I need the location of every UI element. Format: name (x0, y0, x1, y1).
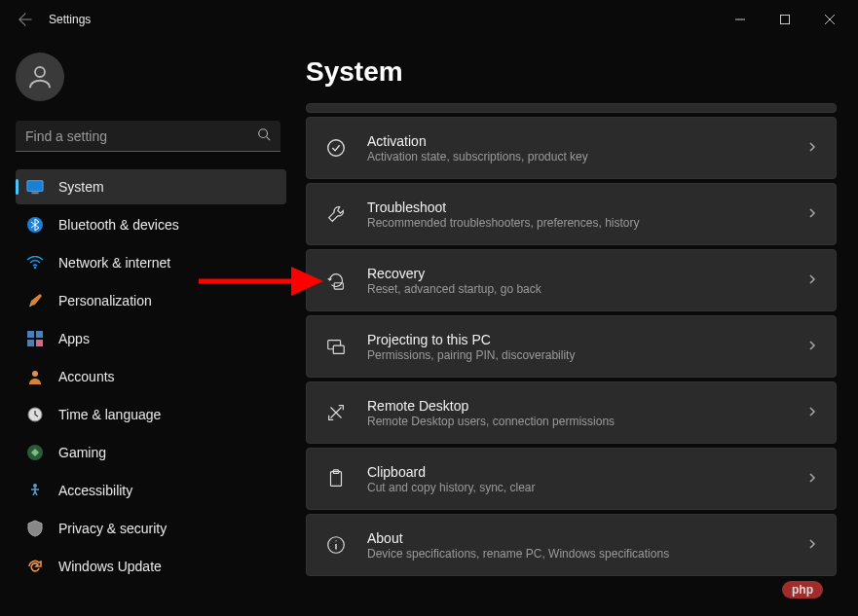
about-icon (324, 533, 348, 557)
bluetooth-icon (25, 215, 45, 235)
search-input[interactable] (16, 123, 280, 150)
sidebar-item-privacy[interactable]: Privacy & security (16, 511, 286, 546)
sidebar-item-network[interactable]: Network & internet (16, 245, 286, 280)
card-desc: Recommended troubleshooters, preferences… (367, 216, 787, 230)
svg-rect-3 (27, 181, 43, 192)
maximize-button[interactable] (763, 4, 807, 35)
sidebar-item-update[interactable]: Windows Update (16, 549, 286, 584)
sidebar-item-accounts[interactable]: Accounts (16, 359, 286, 394)
setting-card-clipboard[interactable]: Clipboard Cut and copy history, sync, cl… (306, 448, 837, 510)
nav-list: System Bluetooth & devices Network & int… (16, 169, 286, 584)
remote-icon (324, 401, 348, 424)
sidebar-item-label: Accounts (58, 369, 115, 384)
watermark-badge: php (782, 581, 823, 598)
maximize-icon (780, 15, 790, 24)
person-icon (25, 62, 55, 91)
chevron-right-icon (806, 272, 818, 289)
card-title: Troubleshoot (367, 199, 787, 215)
card-title: About (367, 530, 787, 546)
svg-rect-7 (27, 331, 34, 338)
chevron-right-icon (806, 139, 818, 157)
projecting-icon (324, 335, 348, 358)
sidebar-item-label: Privacy & security (58, 521, 167, 536)
titlebar: Settings (0, 0, 858, 39)
setting-card-about[interactable]: About Device specifications, rename PC, … (306, 514, 837, 576)
clock-icon (25, 405, 45, 424)
svg-rect-18 (333, 345, 344, 353)
svg-point-2 (259, 128, 268, 137)
svg-point-11 (32, 371, 38, 377)
sidebar-item-label: System (58, 179, 104, 195)
minimize-icon (735, 15, 745, 24)
search-box[interactable] (16, 121, 280, 152)
avatar (16, 53, 64, 101)
paintbrush-icon (25, 291, 45, 310)
svg-point-1 (35, 67, 45, 77)
sidebar-item-apps[interactable]: Apps (16, 321, 286, 356)
sidebar-item-bluetooth[interactable]: Bluetooth & devices (16, 207, 286, 242)
search-icon (257, 127, 271, 145)
card-desc: Activation state, subscriptions, product… (367, 150, 787, 163)
sidebar-item-gaming[interactable]: Gaming (16, 435, 286, 470)
wifi-icon (25, 253, 45, 272)
setting-card-activation[interactable]: Activation Activation state, subscriptio… (306, 117, 837, 179)
back-button[interactable] (6, 0, 45, 39)
troubleshoot-icon (324, 202, 348, 226)
window-title: Settings (49, 13, 91, 26)
svg-rect-10 (36, 340, 43, 346)
page-title: System (306, 56, 837, 88)
setting-card-remote[interactable]: Remote Desktop Remote Desktop users, con… (306, 381, 837, 444)
back-arrow-icon (19, 13, 32, 26)
recovery-icon (324, 269, 348, 292)
sidebar-item-label: Time & language (58, 407, 161, 422)
svg-rect-4 (31, 192, 38, 194)
activation-icon (324, 136, 348, 160)
sidebar-item-label: Bluetooth & devices (58, 217, 179, 233)
setting-card-projecting[interactable]: Projecting to this PC Permissions, pairi… (306, 315, 837, 378)
sidebar-item-label: Personalization (58, 293, 152, 308)
shield-icon (25, 519, 45, 538)
setting-card-troubleshoot[interactable]: Troubleshoot Recommended troubleshooters… (306, 183, 837, 245)
sidebar-item-system[interactable]: System (16, 169, 286, 204)
close-icon (825, 15, 835, 24)
svg-rect-9 (27, 340, 34, 346)
sidebar-item-label: Network & internet (58, 255, 170, 271)
setting-card-truncated[interactable] (306, 103, 837, 113)
chevron-right-icon (806, 205, 818, 223)
svg-point-6 (34, 267, 36, 269)
sidebar-item-time[interactable]: Time & language (16, 397, 286, 432)
card-desc: Device specifications, rename PC, Window… (367, 547, 787, 561)
system-icon (25, 177, 45, 197)
chevron-right-icon (806, 470, 818, 488)
card-desc: Permissions, pairing PIN, discoverabilit… (367, 348, 787, 362)
main-content: System Activation Activation state, subs… (302, 39, 858, 616)
card-title: Projecting to this PC (367, 332, 787, 347)
settings-list: Activation Activation state, subscriptio… (306, 103, 837, 576)
minimize-button[interactable] (718, 4, 763, 35)
accounts-icon (25, 367, 45, 386)
accessibility-icon (25, 481, 45, 500)
account-header[interactable] (16, 53, 286, 101)
card-title: Activation (367, 133, 787, 149)
chevron-right-icon (806, 338, 818, 355)
chevron-right-icon (806, 404, 818, 421)
update-icon (25, 557, 45, 576)
sidebar-item-accessibility[interactable]: Accessibility (16, 473, 286, 508)
svg-rect-8 (36, 331, 43, 338)
card-desc: Cut and copy history, sync, clear (367, 481, 787, 494)
card-title: Recovery (367, 266, 787, 281)
svg-point-14 (33, 484, 37, 488)
card-desc: Reset, advanced startup, go back (367, 282, 787, 296)
card-desc: Remote Desktop users, connection permiss… (367, 415, 787, 428)
card-title: Remote Desktop (367, 398, 787, 414)
sidebar: System Bluetooth & devices Network & int… (0, 39, 302, 616)
sidebar-item-label: Apps (58, 331, 90, 346)
svg-point-15 (328, 140, 345, 157)
sidebar-item-personalization[interactable]: Personalization (16, 283, 286, 318)
card-title: Clipboard (367, 464, 787, 480)
close-button[interactable] (807, 4, 852, 35)
sidebar-item-label: Accessibility (58, 483, 132, 498)
setting-card-recovery[interactable]: Recovery Reset, advanced startup, go bac… (306, 249, 837, 311)
sidebar-item-label: Windows Update (58, 559, 162, 574)
sidebar-item-label: Gaming (58, 445, 106, 460)
